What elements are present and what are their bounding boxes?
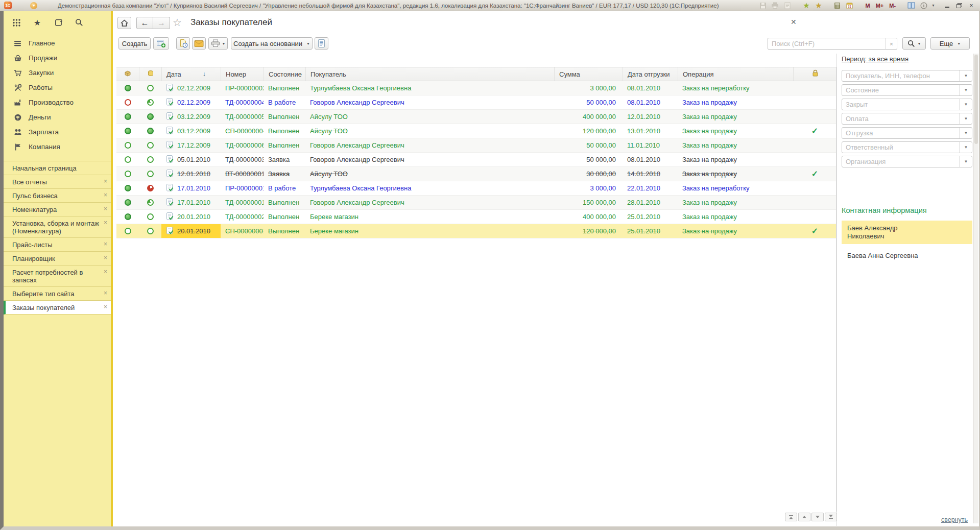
search-input[interactable] xyxy=(768,38,886,49)
column-header-buyer[interactable]: Покупатель xyxy=(305,67,554,81)
order-row-4[interactable]: 03.12.2009СП-00000004ВыполненАйсулу ТОО1… xyxy=(116,124,836,138)
order-row-8[interactable]: 17.01.2010ПР-00000001В работеТурлумбаева… xyxy=(116,181,836,196)
filter-field-5[interactable]: Отгрузка▼ xyxy=(842,127,972,139)
panel-scrollbar[interactable] xyxy=(973,54,978,523)
main-menu-button[interactable] xyxy=(30,2,37,9)
dropdown-arrow-icon[interactable]: ▼ xyxy=(960,99,972,110)
more-button[interactable]: Еще▼ xyxy=(930,37,970,50)
sidebar-section-4[interactable]: Работы xyxy=(4,80,111,95)
order-row-3[interactable]: 03.12.2009ТД-00000005ВыполненАйсулу ТОО4… xyxy=(116,110,836,124)
dropdown-arrow-icon[interactable]: ▼ xyxy=(960,113,972,124)
close-tab-icon[interactable]: × xyxy=(104,303,107,311)
column-header-ship-date[interactable]: Дата отгрузки xyxy=(623,67,678,81)
search-icon[interactable] xyxy=(75,18,84,27)
go-to-bottom-button[interactable] xyxy=(825,513,837,521)
memory-minus-button[interactable]: M- xyxy=(888,3,897,9)
sidebar-section-6[interactable]: Деньги xyxy=(4,110,111,125)
sidebar-section-7[interactable]: Зарплата xyxy=(4,125,111,139)
back-button[interactable]: ← xyxy=(136,17,153,29)
sidebar-tab-8[interactable]: Расчет потребностей в запасах× xyxy=(4,266,111,287)
order-row-2[interactable]: 02.12.2009ТД-00000004В работеГоворов Але… xyxy=(116,95,836,110)
favorites-star-icon[interactable]: ★ xyxy=(814,2,823,10)
next-page-button[interactable] xyxy=(811,513,824,521)
sidebar-tab-10[interactable]: Заказы покупателей× xyxy=(4,301,111,315)
sections-grid-icon[interactable] xyxy=(12,18,21,27)
order-row-6[interactable]: 05.01.2010ТД-00000003ЗаявкаГоворов Алекс… xyxy=(116,153,836,167)
column-header-state[interactable]: Состояние xyxy=(264,67,305,81)
info-icon[interactable] xyxy=(919,2,928,10)
sidebar-section-8[interactable]: Компания xyxy=(4,139,111,154)
set-deadline-button[interactable] xyxy=(176,37,190,50)
restore-button[interactable] xyxy=(955,2,963,9)
order-row-10[interactable]: 20.01.2010ТД-00000002ВыполненБереке мага… xyxy=(116,210,836,224)
find-button[interactable]: ▼ xyxy=(902,37,926,50)
history-icon[interactable] xyxy=(54,18,63,27)
shipment-status-column-header[interactable] xyxy=(116,67,139,81)
order-row-5[interactable]: 17.12.2009ТД-00000006ВыполненГоворов Але… xyxy=(116,138,836,153)
dropdown-arrow-icon[interactable]: ▼ xyxy=(960,70,972,81)
order-row-9[interactable]: 17.01.2010ТД-00000001ВыполненГоворов Але… xyxy=(116,196,836,210)
create-by-copy-button[interactable] xyxy=(153,37,169,50)
sidebar-tab-2[interactable]: Все отчеты× xyxy=(4,175,111,189)
sidebar-section-1[interactable]: Главное xyxy=(4,36,111,51)
memory-recall-button[interactable]: M xyxy=(864,3,871,9)
filter-field-1[interactable]: Покупатель, ИНН, телефон▼ xyxy=(842,70,972,82)
add-favorite-star-icon[interactable]: ★ xyxy=(802,2,810,10)
dropdown-arrow-icon[interactable]: ▼ xyxy=(960,142,972,153)
go-to-top-button[interactable] xyxy=(785,513,797,521)
close-tab-icon[interactable]: × xyxy=(104,240,107,248)
column-header-date[interactable]: Дата↓ xyxy=(161,67,221,81)
filter-field-4[interactable]: Оплата▼ xyxy=(842,113,972,125)
sidebar-tab-1[interactable]: Начальная страница xyxy=(4,161,111,175)
closed-column-header[interactable] xyxy=(793,67,836,81)
dropdown-arrow-icon[interactable]: ▼ xyxy=(960,128,972,138)
home-button[interactable] xyxy=(117,17,131,29)
forward-button[interactable]: → xyxy=(153,17,170,29)
create-based-on-button[interactable]: Создать на основании▼ xyxy=(231,37,313,50)
print-icon[interactable] xyxy=(771,2,779,10)
sidebar-section-5[interactable]: Производство xyxy=(4,95,111,110)
sidebar-tab-6[interactable]: Прайс-листы× xyxy=(4,238,111,252)
sidebar-tab-7[interactable]: Планировщик× xyxy=(4,252,111,266)
create-button[interactable]: Создать xyxy=(118,37,151,50)
period-link[interactable]: Период: за все время xyxy=(842,55,909,63)
column-header-sum[interactable]: Сумма xyxy=(554,67,623,81)
sidebar-tab-3[interactable]: Пульс бизнеса× xyxy=(4,189,111,203)
close-tab-icon[interactable]: × xyxy=(104,191,107,199)
order-row-1[interactable]: 02.12.2009ПР-00000002ВыполненТурлумбаева… xyxy=(116,81,836,95)
sidebar-tab-9[interactable]: Выберите тип сайта× xyxy=(4,287,111,301)
close-tab-icon[interactable]: × xyxy=(104,254,107,262)
favorite-star-icon[interactable]: ☆ xyxy=(173,16,182,29)
sidebar-section-2[interactable]: Продажи xyxy=(4,51,111,65)
filter-field-6[interactable]: Ответственный▼ xyxy=(842,141,972,153)
collapse-link[interactable]: свернуть xyxy=(941,516,968,523)
calculator-icon[interactable] xyxy=(833,2,842,10)
filter-field-7[interactable]: Организация▼ xyxy=(842,156,972,167)
sidebar-tab-4[interactable]: Номенклатура× xyxy=(4,203,111,216)
split-window-icon[interactable] xyxy=(907,2,916,10)
close-tab-icon[interactable]: × xyxy=(104,205,107,213)
payment-status-column-header[interactable] xyxy=(139,67,161,81)
sidebar-tab-5[interactable]: Установка, сборка и монтаж (Номенклатура… xyxy=(4,216,111,238)
minimize-button[interactable] xyxy=(943,2,950,9)
close-tab-icon[interactable]: × xyxy=(104,219,107,227)
print-button[interactable]: ▼ xyxy=(208,37,228,50)
order-row-11[interactable]: 20.01.2010СП-00000001ВыполненБереке мага… xyxy=(116,224,836,238)
close-window-button[interactable]: × xyxy=(968,2,975,9)
column-header-operation[interactable]: Операция xyxy=(678,67,793,81)
scrollbar-thumb[interactable] xyxy=(974,55,978,144)
send-email-button[interactable] xyxy=(192,37,206,50)
favorites-icon[interactable]: ★ xyxy=(33,18,42,27)
calendar-icon[interactable]: 31 xyxy=(845,2,854,10)
clear-search-icon[interactable]: × xyxy=(886,38,897,49)
memory-plus-button[interactable]: M+ xyxy=(875,3,885,9)
close-form-icon[interactable]: ✕ xyxy=(791,18,797,26)
preview-icon[interactable] xyxy=(783,2,792,10)
close-tab-icon[interactable]: × xyxy=(104,268,107,276)
close-tab-icon[interactable]: × xyxy=(104,178,107,185)
report-button[interactable] xyxy=(315,37,328,50)
dropdown-arrow-icon[interactable]: ▼ xyxy=(960,156,972,167)
info-dropdown-icon[interactable]: ▼ xyxy=(931,4,935,7)
filter-field-3[interactable]: Закрыт▼ xyxy=(842,99,972,110)
previous-page-button[interactable] xyxy=(798,513,810,521)
